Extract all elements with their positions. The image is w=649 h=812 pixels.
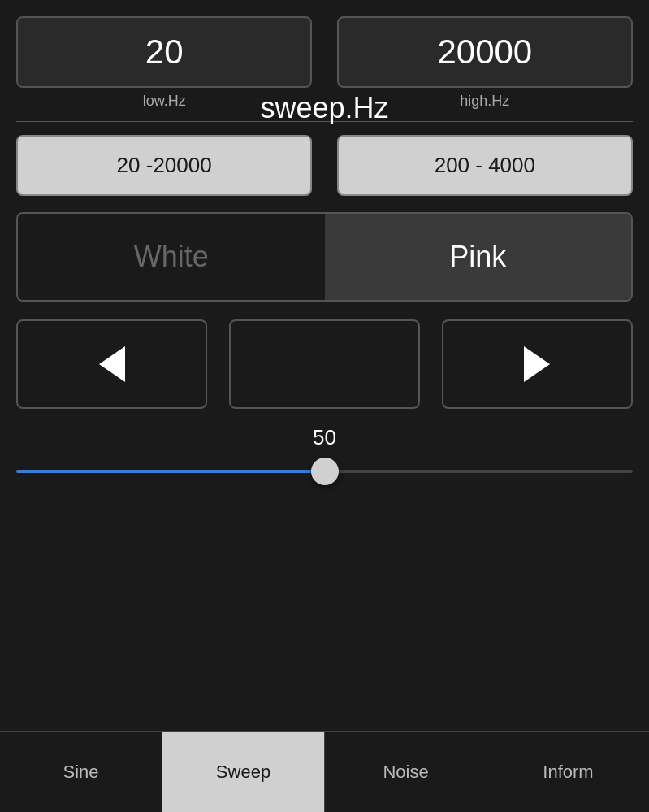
tab-noise[interactable]: Noise bbox=[325, 732, 487, 812]
noise-toggle: White Pink bbox=[16, 212, 633, 302]
freq-inputs-row: 20 20000 bbox=[16, 16, 633, 88]
range-presets-row: 20 -20000 200 - 4000 bbox=[16, 135, 633, 196]
tab-bar: Sine Sweep Noise Inform bbox=[0, 731, 649, 812]
high-freq-input[interactable]: 20000 bbox=[337, 16, 633, 88]
slider-value-label: 50 bbox=[16, 425, 633, 450]
stop-button[interactable] bbox=[229, 319, 420, 409]
range-preset-mid[interactable]: 200 - 4000 bbox=[337, 135, 633, 196]
rewind-icon bbox=[99, 346, 125, 382]
tab-sine-label: Sine bbox=[63, 762, 98, 783]
tab-noise-label: Noise bbox=[383, 762, 428, 783]
volume-slider-section: 50 bbox=[16, 425, 633, 486]
range-preset-full[interactable]: 20 -20000 bbox=[16, 135, 312, 196]
freq-labels-row: low.Hz sweep.Hz high.Hz bbox=[16, 93, 633, 110]
play-icon bbox=[524, 346, 550, 382]
pink-noise-option[interactable]: Pink bbox=[325, 214, 632, 300]
play-button[interactable] bbox=[442, 319, 633, 409]
slider-track bbox=[16, 457, 633, 486]
rewind-button[interactable] bbox=[16, 319, 207, 409]
white-noise-option[interactable]: White bbox=[18, 214, 325, 300]
tab-inform-label: Inform bbox=[543, 762, 593, 783]
tab-inform[interactable]: Inform bbox=[487, 732, 649, 812]
tab-sweep[interactable]: Sweep bbox=[162, 732, 325, 812]
tab-sine[interactable]: Sine bbox=[0, 732, 162, 812]
sweep-hz-label: sweep.Hz bbox=[260, 91, 388, 125]
low-freq-input[interactable]: 20 bbox=[16, 16, 312, 88]
tab-sweep-label: Sweep bbox=[216, 762, 270, 783]
transport-row bbox=[16, 319, 633, 409]
